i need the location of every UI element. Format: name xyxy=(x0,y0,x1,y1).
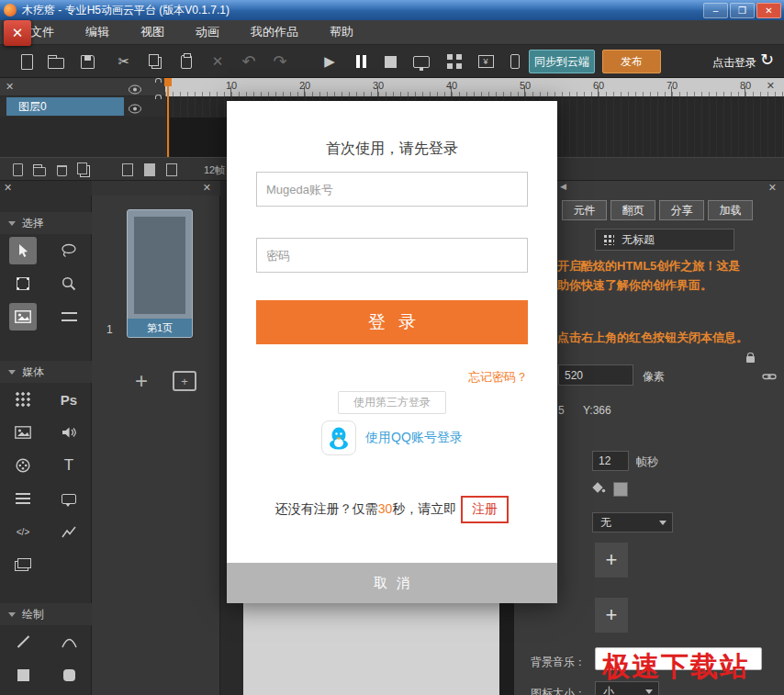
menu-animation[interactable]: 动画 xyxy=(180,20,235,44)
menu-my-works[interactable]: 我的作品 xyxy=(235,20,314,44)
pause-button[interactable] xyxy=(349,51,373,72)
qq-login-button[interactable]: 使用QQ账号登录 xyxy=(227,420,557,455)
tab-loading[interactable]: 加载 xyxy=(708,200,753,220)
layer-panel-close-icon[interactable]: ✕ xyxy=(6,81,14,93)
save-button[interactable] xyxy=(75,51,99,72)
tab-pageflip[interactable]: 翻页 xyxy=(610,200,655,220)
image-select-tool[interactable] xyxy=(0,300,46,333)
timeline-close-icon[interactable]: ✕ xyxy=(767,80,775,92)
tool-panel-close-icon[interactable]: ✕ xyxy=(4,182,12,194)
layer-visibility-icon[interactable] xyxy=(129,101,141,118)
new-layer-button[interactable] xyxy=(7,162,28,178)
refresh-icon[interactable]: ↻ xyxy=(760,50,774,70)
guides-tool[interactable] xyxy=(46,300,92,333)
document-title-field[interactable]: 无标题 xyxy=(595,229,734,251)
text-tool[interactable]: T xyxy=(46,449,92,482)
delete-layer-button[interactable] xyxy=(51,162,72,178)
open-file-button[interactable] xyxy=(44,51,68,72)
delete-button[interactable]: ✕ xyxy=(206,51,230,72)
pricing-button[interactable]: ¥ xyxy=(474,51,498,72)
layer-name[interactable]: 图层0 xyxy=(6,97,124,116)
password-input[interactable] xyxy=(256,238,528,273)
stage-width-input[interactable] xyxy=(558,364,633,386)
page-thumbnail[interactable]: 第1页 xyxy=(127,209,193,338)
fps-input[interactable] xyxy=(592,451,629,471)
audio-tool[interactable] xyxy=(46,416,92,449)
lock-ratio-icon[interactable] xyxy=(746,356,755,363)
link-icon[interactable] xyxy=(762,370,777,386)
line-tool[interactable] xyxy=(0,625,46,658)
library-tool[interactable] xyxy=(0,548,46,581)
timeline-ruler[interactable]: 10 20 30 40 50 60 70 80 ✕ xyxy=(165,78,784,96)
price-tag-icon: ¥ xyxy=(478,55,494,68)
forgot-password-link[interactable]: 忘记密码？ xyxy=(468,369,528,386)
qr-code-button[interactable] xyxy=(442,51,466,72)
code-tool[interactable]: </> xyxy=(0,515,46,548)
close-button[interactable]: ✕ xyxy=(756,3,781,18)
chart-tool[interactable] xyxy=(46,515,92,548)
register-link[interactable]: 注册 xyxy=(461,496,509,523)
lasso-tool[interactable] xyxy=(46,234,92,267)
paint-bucket-icon[interactable] xyxy=(590,480,606,497)
cursor-tool[interactable] xyxy=(0,234,46,267)
effect-dropdown[interactable]: 无 xyxy=(592,512,673,532)
cut-button[interactable]: ✂ xyxy=(112,51,136,72)
menu-edit[interactable]: 编辑 xyxy=(70,20,125,44)
section-media[interactable]: 媒体 xyxy=(0,361,92,383)
insert-page-button[interactable]: + xyxy=(173,371,196,391)
section-select[interactable]: 选择 xyxy=(0,212,92,234)
cancel-button[interactable]: 取消 xyxy=(227,563,557,603)
speaker-icon xyxy=(62,426,77,439)
duplicate-layer-button[interactable] xyxy=(73,162,94,178)
insert-frame-button[interactable] xyxy=(118,162,138,178)
minimize-button[interactable]: – xyxy=(703,3,728,18)
section-draw[interactable]: 绘制 xyxy=(0,603,92,625)
tab-component[interactable]: 元件 xyxy=(562,200,607,220)
properties-panel-close-icon[interactable]: ✕ xyxy=(768,182,777,194)
new-file-button[interactable] xyxy=(15,51,39,72)
zoom-tool[interactable] xyxy=(46,267,92,300)
rounded-rectangle-tool[interactable] xyxy=(46,658,92,691)
account-input[interactable] xyxy=(256,172,528,207)
paragraph-tool[interactable] xyxy=(0,482,46,515)
chevron-down-icon xyxy=(8,370,16,375)
shape-tool[interactable] xyxy=(46,482,92,515)
paste-button[interactable] xyxy=(174,51,198,72)
undo-button[interactable]: ↶ xyxy=(237,51,261,72)
transform-tool[interactable] xyxy=(0,267,46,300)
preview-button[interactable] xyxy=(409,51,433,72)
device-preview-button[interactable] xyxy=(503,51,527,72)
rectangle-tool[interactable] xyxy=(0,658,46,691)
panel-collapse-icon[interactable]: ◀ xyxy=(560,182,566,191)
component-grid-tool[interactable] xyxy=(0,383,46,416)
layer-row[interactable]: 图层0 xyxy=(0,96,165,117)
guides-icon xyxy=(62,312,77,321)
maximize-button[interactable]: ❐ xyxy=(730,3,755,18)
tutorial-close-button[interactable]: ✕ xyxy=(4,20,31,46)
add-item-button-1[interactable]: + xyxy=(595,543,628,577)
qq-login-label: 使用QQ账号登录 xyxy=(365,430,463,446)
stop-button[interactable] xyxy=(378,51,402,72)
insert-keyframe-button[interactable] xyxy=(140,162,160,178)
play-button[interactable]: ▶ xyxy=(318,51,342,72)
copy-button[interactable] xyxy=(143,51,167,72)
curve-tool[interactable] xyxy=(46,625,92,658)
pages-panel-close-icon[interactable]: ✕ xyxy=(203,182,211,194)
image-tool[interactable] xyxy=(0,416,46,449)
video-tool[interactable] xyxy=(0,449,46,482)
login-button[interactable]: 登录 xyxy=(256,300,528,344)
publish-button[interactable]: 发布 xyxy=(602,50,661,73)
add-item-button-2[interactable]: + xyxy=(595,598,628,633)
new-folder-button[interactable] xyxy=(29,162,50,178)
add-page-button[interactable]: + xyxy=(129,368,154,394)
background-color-swatch[interactable] xyxy=(613,482,628,497)
redo-button[interactable]: ↷ xyxy=(268,51,292,72)
playhead-line[interactable] xyxy=(167,78,169,157)
toolbar-login-link[interactable]: 点击登录 xyxy=(712,55,756,71)
photoshop-tool[interactable]: Ps xyxy=(46,383,92,416)
menu-help[interactable]: 帮助 xyxy=(314,20,369,44)
menu-view[interactable]: 视图 xyxy=(125,20,180,44)
clear-frame-button[interactable] xyxy=(162,162,182,178)
tab-share[interactable]: 分享 xyxy=(659,200,704,220)
sync-to-cloud-button[interactable]: 同步到云端 xyxy=(529,50,595,73)
